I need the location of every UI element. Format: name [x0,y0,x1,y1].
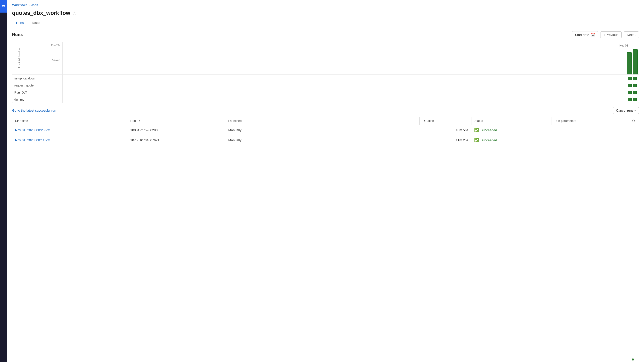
cell-start-time-1: Nov 01, 2023, 08:28 PM [12,125,127,135]
table-header-row: Start time Run ID Launched Duration Stat… [12,117,639,125]
bar-2 [633,49,638,74]
start-date-label: Start date [575,33,589,37]
th-duration: Duration [419,117,471,125]
status-cell-1: ✅ Succeeded [474,128,548,132]
task-row-run-dlt: Run_DLT [12,89,62,96]
dot-run-dlt-2 [633,91,637,94]
dot-dummy-2 [633,98,637,101]
calendar-icon: 📅 [591,33,595,37]
cell-duration-1: 10m 56s [419,125,471,135]
th-run-parameters: Run parameters [551,117,629,125]
next-label: Next [627,33,634,37]
cell-status-2: ✅ Succeeded [471,135,551,145]
table-body: Nov 01, 2023, 08:28 PM 1098422759362803 … [12,125,639,145]
y-axis-label-container: Run total duration [12,42,26,74]
task-name-setup-catalogs: setup_catalogs [12,77,37,80]
task-name-run-dlt: Run_DLT [12,91,29,94]
grid-line-top [63,44,639,44]
status-cell-2: ✅ Succeeded [474,138,548,143]
right-chevron-icon: › [635,33,636,37]
chart-plot-area: Nov 01 [63,42,639,75]
status-text-1: Succeeded [480,128,497,132]
dot-run-dlt-1 [628,91,632,94]
previous-button[interactable]: ‹ Previous [600,31,622,38]
kebab-menu-icon-1[interactable]: ⋮ [632,128,636,132]
kebab-menu-icon-2[interactable]: ⋮ [632,138,636,142]
tab-tasks[interactable]: Tasks [28,19,44,27]
page-title: quotes_dbx_workflow [12,10,70,16]
th-settings: ⚙ [629,117,639,125]
task-name-request-quote: request_quote [12,84,36,87]
cancel-runs-button[interactable]: Cancel runs ▾ [613,107,639,114]
task-row-request-quote: request_quote [12,82,62,89]
bar-1 [627,52,632,74]
runs-table: Start time Run ID Launched Duration Stat… [12,117,639,145]
next-button[interactable]: Next › [624,31,639,38]
breadcrumb-jobs[interactable]: Jobs [31,3,38,7]
th-start-time: Start time [12,117,127,125]
cell-kebab-2: ⋮ [629,135,639,145]
task-dots-request-quote [63,82,639,89]
task-row-setup-catalogs: setup_catalogs [12,75,62,82]
cell-launched-2: Manually [225,135,279,145]
chart-date-label: Nov 01 [619,44,628,47]
table-row: Nov 01, 2023, 08:11 PM 1075310704067671 … [12,135,639,145]
th-run-id: Run ID [127,117,225,125]
dot-dummy-1 [628,98,632,101]
chart-body: Nov 01 [63,42,639,103]
th-spacer [279,117,420,125]
task-name-dummy: dummy [12,98,26,101]
sidebar: W [0,0,7,149]
cancel-runs-label: Cancel runs [616,109,633,112]
cell-launched-1: Manually [225,125,279,135]
sidebar-workflow-tab[interactable]: W [0,0,7,13]
bars-area [627,49,638,74]
task-row-dummy: dummy [12,96,62,103]
table-settings-icon[interactable]: ⚙ [632,119,635,123]
breadcrumb: Workflows › Jobs › [7,0,644,9]
dot-request-quote-2 [633,84,637,87]
task-dots-setup-catalogs [63,75,639,82]
grid-labels-area: 11m 24s 5m 42s [26,42,62,74]
breadcrumb-workflows[interactable]: Workflows [12,3,27,7]
cell-start-time-2: Nov 01, 2023, 08:11 PM [12,135,127,145]
chart-y-axis-area: Run total duration 11m 24s 5m 42s setup_… [12,42,63,103]
cell-status-1: ✅ Succeeded [471,125,551,135]
runs-header: Runs Start date 📅 ‹ Previous Next › [12,31,639,38]
cell-run-id-1: 1098422759362803 [127,125,225,135]
previous-label: Previous [606,33,618,37]
latest-run-link[interactable]: Go to the latest successful run [12,109,56,112]
task-dots-run-dlt [63,89,639,96]
page-header: quotes_dbx_workflow ☆ [7,9,644,19]
cell-run-params-1 [551,125,629,135]
status-check-icon-1: ✅ [474,128,479,132]
task-dots-area [63,75,639,103]
cell-kebab-1: ⋮ [629,125,639,135]
start-time-link-2[interactable]: Nov 01, 2023, 08:11 PM [15,138,50,142]
task-dots-dummy [63,96,639,103]
breadcrumb-sep1: › [29,3,30,7]
star-icon[interactable]: ☆ [73,11,76,16]
cell-spacer-1 [279,125,420,135]
status-check-icon-2: ✅ [474,138,479,143]
start-date-button[interactable]: Start date 📅 [572,31,598,38]
dot-request-quote-1 [628,84,632,87]
cell-run-params-2 [551,135,629,145]
table-header: Start time Run ID Launched Duration Stat… [12,117,639,125]
table-controls: Go to the latest successful run Cancel r… [12,107,639,114]
main-content: Runs Start date 📅 ‹ Previous Next › [7,27,644,149]
grid-line-mid [63,59,639,59]
chart-container: Run total duration 11m 24s 5m 42s setup_… [12,42,639,103]
cell-duration-2: 11m 25s [419,135,471,145]
tabs: Runs Tasks [7,19,644,27]
status-text-2: Succeeded [480,138,497,142]
chart-inner: Run total duration 11m 24s 5m 42s setup_… [12,42,639,103]
left-chevron-icon: ‹ [603,33,605,37]
dot-setup-catalogs-1 [628,77,632,80]
tab-runs[interactable]: Runs [12,19,28,27]
cell-run-id-2: 1075310704067671 [127,135,225,145]
task-names: setup_catalogs request_quote Run_DLT dum… [12,75,62,103]
chevron-down-icon: ▾ [634,109,636,112]
y-axis-label: Run total duration [18,48,21,68]
start-time-link-1[interactable]: Nov 01, 2023, 08:28 PM [15,128,50,132]
